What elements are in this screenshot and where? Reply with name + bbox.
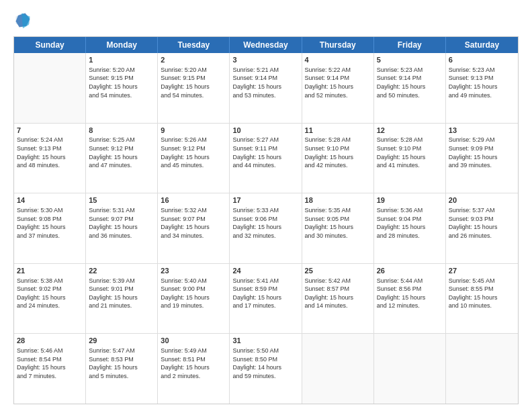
cell-line: Daylight: 15 hours [17, 223, 83, 232]
cell-line: and 17 minutes. [232, 302, 298, 310]
cell-line: Daylight: 15 hours [377, 293, 443, 302]
cell-line: Daylight: 14 hours [232, 363, 298, 372]
cell-line: Sunset: 8:56 PM [377, 285, 443, 293]
cell-line: Sunrise: 5:37 AM [449, 206, 515, 215]
cell-line: and 50 minutes. [377, 91, 443, 100]
cell-line: Sunset: 9:04 PM [377, 215, 443, 224]
cell-line: and 48 minutes. [17, 161, 83, 170]
cell-line: Daylight: 15 hours [161, 83, 226, 91]
calendar-row-1: 7Sunrise: 5:24 AMSunset: 9:13 PMDaylight… [14, 124, 518, 194]
cell-line: Sunrise: 5:46 AM [17, 347, 83, 355]
cell-line: Sunrise: 5:24 AM [17, 136, 83, 144]
calendar-cell-3-4: 25Sunrise: 5:42 AMSunset: 8:57 PMDayligh… [302, 264, 374, 334]
calendar-header: SundayMondayTuesdayWednesdayThursdayFrid… [14, 37, 518, 53]
day-number: 21 [17, 266, 83, 276]
cell-line: Sunset: 9:14 PM [305, 74, 371, 83]
cell-line: Sunset: 9:12 PM [161, 144, 226, 153]
cell-line: Sunrise: 5:45 AM [449, 277, 515, 285]
cell-line: Daylight: 15 hours [161, 223, 226, 232]
day-number: 4 [305, 55, 371, 65]
cell-line: and 44 minutes. [232, 161, 298, 170]
cell-line: Daylight: 15 hours [377, 153, 443, 162]
cell-line: Sunrise: 5:36 AM [377, 206, 443, 215]
cell-line: Daylight: 15 hours [305, 223, 371, 232]
cell-line: Sunset: 9:03 PM [449, 215, 515, 224]
cell-line: Daylight: 15 hours [377, 83, 443, 91]
cell-line: Sunrise: 5:39 AM [89, 277, 154, 285]
page: SundayMondayTuesdayWednesdayThursdayFrid… [0, 0, 532, 411]
calendar-cell-2-5: 19Sunrise: 5:36 AMSunset: 9:04 PMDayligh… [374, 193, 446, 263]
cell-line: Sunrise: 5:40 AM [161, 277, 226, 285]
calendar-cell-1-2: 9Sunrise: 5:26 AMSunset: 9:12 PMDaylight… [158, 124, 230, 193]
cell-line: Daylight: 15 hours [89, 293, 154, 302]
cell-line: Sunset: 9:12 PM [89, 144, 154, 153]
calendar-cell-3-3: 24Sunrise: 5:41 AMSunset: 8:59 PMDayligh… [230, 264, 302, 334]
calendar-row-4: 28Sunrise: 5:46 AMSunset: 8:54 PMDayligh… [14, 334, 518, 404]
day-number: 30 [161, 336, 226, 346]
cell-line: Sunrise: 5:28 AM [377, 136, 443, 144]
day-number: 13 [449, 126, 515, 136]
cell-line: and 28 minutes. [377, 232, 443, 240]
calendar-cell-1-4: 11Sunrise: 5:28 AMSunset: 9:10 PMDayligh… [302, 124, 374, 193]
day-number: 31 [232, 336, 298, 346]
cell-line: Sunrise: 5:44 AM [377, 277, 443, 285]
header-day-saturday: Saturday [446, 37, 518, 53]
day-number: 12 [377, 126, 443, 136]
cell-line: Sunset: 9:02 PM [17, 285, 83, 293]
cell-line: Sunset: 9:10 PM [305, 144, 371, 153]
calendar-cell-4-5 [374, 334, 446, 404]
day-number: 17 [232, 195, 298, 205]
cell-line: Sunset: 8:54 PM [17, 355, 83, 364]
calendar-cell-2-6: 20Sunrise: 5:37 AMSunset: 9:03 PMDayligh… [446, 193, 518, 263]
day-number: 8 [89, 126, 154, 136]
cell-line: Sunset: 8:50 PM [232, 355, 298, 364]
cell-line: and 19 minutes. [161, 302, 226, 310]
calendar-cell-4-6 [446, 334, 518, 404]
day-number: 22 [89, 266, 154, 276]
day-number: 18 [305, 195, 371, 205]
cell-line: Sunrise: 5:20 AM [89, 66, 154, 75]
cell-line: Sunrise: 5:26 AM [161, 136, 226, 144]
day-number: 3 [232, 55, 298, 65]
calendar-cell-2-0: 14Sunrise: 5:30 AMSunset: 9:08 PMDayligh… [14, 193, 86, 263]
cell-line: and 52 minutes. [305, 91, 371, 100]
cell-line: and 24 minutes. [17, 302, 83, 310]
cell-line: Sunset: 9:08 PM [17, 215, 83, 224]
cell-line: Sunrise: 5:22 AM [305, 66, 371, 75]
cell-line: Sunset: 8:59 PM [232, 285, 298, 293]
header-day-sunday: Sunday [14, 37, 86, 53]
cell-line: Sunrise: 5:21 AM [232, 66, 298, 75]
cell-line: Sunset: 9:00 PM [161, 285, 226, 293]
cell-line: Sunrise: 5:28 AM [305, 136, 371, 144]
cell-line: Daylight: 15 hours [232, 223, 298, 232]
day-number: 20 [449, 195, 515, 205]
calendar-cell-0-5: 5Sunrise: 5:23 AMSunset: 9:14 PMDaylight… [374, 53, 446, 123]
day-number: 2 [161, 55, 226, 65]
cell-line: Sunrise: 5:23 AM [449, 66, 515, 75]
cell-line: Daylight: 15 hours [305, 153, 371, 162]
logo [13, 11, 35, 30]
cell-line: and 21 minutes. [89, 302, 154, 310]
cell-line: Daylight: 15 hours [17, 153, 83, 162]
cell-line: Sunset: 9:15 PM [161, 74, 226, 83]
cell-line: and 30 minutes. [305, 232, 371, 240]
cell-line: Sunrise: 5:47 AM [89, 347, 154, 355]
cell-line: Sunrise: 5:30 AM [17, 206, 83, 215]
cell-line: and 54 minutes. [89, 91, 154, 100]
calendar-cell-1-1: 8Sunrise: 5:25 AMSunset: 9:12 PMDaylight… [86, 124, 158, 193]
day-number: 27 [449, 266, 515, 276]
cell-line: and 10 minutes. [449, 302, 515, 310]
cell-line: Sunrise: 5:35 AM [305, 206, 371, 215]
cell-line: Daylight: 15 hours [232, 83, 298, 91]
cell-line: Sunset: 9:11 PM [232, 144, 298, 153]
day-number: 28 [17, 336, 83, 346]
cell-line: Sunset: 9:14 PM [232, 74, 298, 83]
calendar-cell-3-1: 22Sunrise: 5:39 AMSunset: 9:01 PMDayligh… [86, 264, 158, 334]
calendar-cell-0-0 [14, 53, 86, 123]
calendar-row-3: 21Sunrise: 5:38 AMSunset: 9:02 PMDayligh… [14, 264, 518, 334]
cell-line: Daylight: 15 hours [161, 153, 226, 162]
calendar-cell-2-3: 17Sunrise: 5:33 AMSunset: 9:06 PMDayligh… [230, 193, 302, 263]
calendar-cell-0-1: 1Sunrise: 5:20 AMSunset: 9:15 PMDaylight… [86, 53, 158, 123]
cell-line: Daylight: 15 hours [449, 223, 515, 232]
calendar-row-0: 1Sunrise: 5:20 AMSunset: 9:15 PMDaylight… [14, 53, 518, 124]
